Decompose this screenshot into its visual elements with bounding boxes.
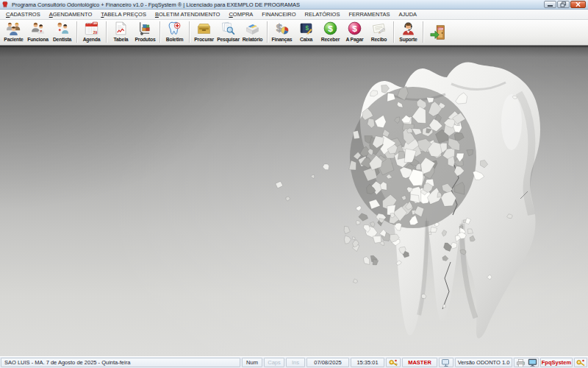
key-icon [386,358,401,367]
dollar-pie-icon: $ [274,21,290,36]
toolbar-button-label: Funciona [27,36,49,43]
status-num-lock: Num [242,358,262,367]
menu-item-cadastros[interactable]: CADASTROS [1,10,45,18]
calendar-icon: JAN 29 [84,21,99,36]
main-area [0,46,588,356]
toolbar-button-financas[interactable]: $ Finanças [270,21,294,44]
tooth-cross-icon [167,21,182,36]
shattered-tooth-illustration [269,47,554,352]
status-caps-lock: Caps [264,358,284,367]
toolbar-button-label: Procurar [194,36,214,43]
minimize-button[interactable] [544,1,556,8]
toolbar-button-label: Tabela [114,36,129,43]
price-table-icon [113,21,129,36]
toolbar-button-dentista[interactable]: Dentista [50,21,74,44]
status-brand: FpqSystem [540,358,573,367]
toolbar-button-label: Paciente [4,36,23,43]
staff-icon [30,21,46,36]
toolbar-button-label: Finanças [272,36,293,43]
report-box-icon [245,21,260,36]
window-title: Programa Consultório Odontológico + Fina… [12,1,544,8]
toolbar-button-procurar[interactable]: Procurar [192,21,216,44]
status-time: 15:35:01 [351,358,384,367]
patients-icon [6,21,21,36]
toolbar-divider [106,21,107,43]
status-version: Versão ODONTO 1.0 [455,358,512,367]
toolbar-divider [267,21,268,43]
toolbar-button-relatorio[interactable]: Relatório [240,21,265,44]
headset-support-icon [401,21,416,36]
toolbar: Paciente Funciona Dentista [0,20,588,46]
toolbar-divider [393,21,394,43]
status-date: 07/08/2025 [306,358,349,367]
toolbar-button-label: Boletim [166,36,184,43]
status-insert: Ins [286,358,305,367]
status-user: MASTER [402,358,437,367]
toolbar-button-boletim[interactable]: Boletim [162,21,187,44]
toolbar-button-label: Relatório [243,36,263,43]
file-drawer-icon [196,21,212,36]
toolbar-button-label: Dentista [53,36,71,43]
status-location-date: SAO LUIS - MA. 7 de Agosto de 2025 - Qui… [1,358,240,367]
toolbar-button-produtos[interactable]: Produtos [133,21,157,44]
menu-item-compra[interactable]: COMPRA [224,10,257,18]
toolbar-button-label: Agenda [83,36,101,43]
restore-button[interactable] [557,1,570,8]
menu-item-tabela-precos[interactable]: TABELA PREÇOS [96,10,151,18]
green-coin-icon: $ [323,21,338,36]
toolbar-button-label: Receber [321,36,340,43]
computer-icon [439,358,453,367]
menu-item-financeiro[interactable]: FINANCEIRO [257,10,300,18]
menu-item-relatorios[interactable]: RELATÓRIOS [301,10,345,18]
svg-text:EXIT: EXIT [438,27,443,30]
toolbar-divider [159,21,160,43]
toolbar-button-label: A Pagar [345,36,363,43]
app-window: Programa Consultório Odontológico + Fina… [0,0,588,368]
titlebar: Programa Consultório Odontológico + Fina… [0,0,588,10]
toolbar-button-label: Caixa [300,36,312,43]
toolbar-button-paciente[interactable]: Paciente [1,21,26,44]
statusbar: SAO LUIS - MA. 7 de Agosto de 2025 - Qui… [0,356,588,368]
toolbar-button-caixa[interactable]: $ Caixa [294,21,318,44]
toolbar-button-label: Suporte [399,36,417,43]
toolbar-button-agenda[interactable]: JAN 29 Agenda [79,21,104,44]
search-docs-icon [220,21,236,36]
menubar: CADASTROS AGENDAMENTO TABELA PREÇOS BOLE… [0,10,588,20]
menu-item-boletim-atendimento[interactable]: BOLETIM ATENDIMENTO [151,10,225,18]
svg-text:29: 29 [93,31,98,35]
exit-door-icon: EXIT [429,25,447,40]
printer-icon [516,358,526,367]
svg-text:$: $ [352,24,357,34]
svg-text:$: $ [328,24,333,34]
toolbar-button-apagar[interactable]: $ A Pagar [343,21,367,44]
toolbar-divider [423,21,423,43]
menu-item-agendamento[interactable]: AGENDAMENTO [45,10,97,18]
receipt-icon [371,21,387,36]
close-button[interactable] [570,1,586,8]
toolbar-button-tabela[interactable]: Tabela [109,21,133,44]
handtruck-icon [137,21,153,36]
app-icon [2,1,10,9]
toolbar-button-label: Recibo [371,36,387,43]
toolbar-button-label: Pesquisar [217,36,240,43]
toolbar-button-funcionario[interactable]: Funciona [26,21,50,44]
menu-item-ferramentas[interactable]: FERRAMENTAS [344,10,394,18]
toolbar-button-receber[interactable]: $ Receber [318,21,343,44]
toolbar-divider [189,21,190,43]
toolbar-button-sair[interactable]: EXIT [426,21,451,44]
menu-item-ajuda[interactable]: AJUDA [395,10,422,18]
toolbar-button-suporte[interactable]: Suporte [396,21,420,44]
monitor-icon [528,358,537,367]
ledger-book-icon: $ [298,21,314,36]
toolbar-button-pesquisar[interactable]: Pesquisar [216,21,240,44]
key-icon [574,358,587,367]
svg-text:$: $ [306,24,309,32]
toolbar-divider [76,21,77,43]
svg-text:JAN: JAN [93,22,98,25]
status-devices [514,358,539,367]
toolbar-button-recibo[interactable]: Recibo [367,21,391,44]
toolbar-button-label: Produtos [135,36,155,43]
dentist-icon [54,21,70,36]
red-coin-icon: $ [347,21,362,36]
